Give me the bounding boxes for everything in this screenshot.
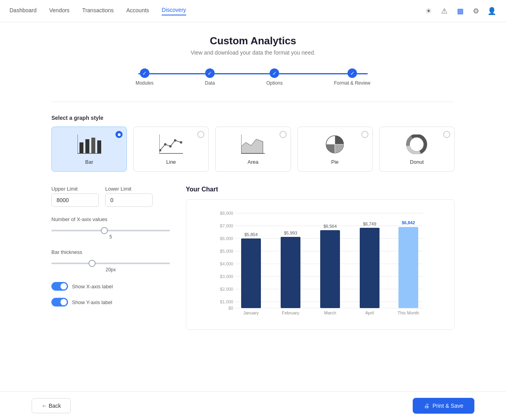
- stepper: ✓ Modules ✓ Data ✓ Options ✓ Format & Re…: [51, 68, 455, 86]
- radio-area: [279, 131, 287, 138]
- main-content: Custom Analytics View and download your …: [36, 22, 470, 361]
- two-col-layout: Upper Limit Lower Limit Number of X-axix…: [51, 186, 455, 330]
- chart-title: Your Chart: [186, 186, 455, 193]
- nav-icons: ☀ ⚠ ▩ ⚙ 👤: [424, 6, 497, 16]
- step-data: ✓ Data: [205, 68, 215, 86]
- stepper-steps: ✓ Modules ✓ Data ✓ Options ✓ Format & Re…: [136, 68, 370, 86]
- bar-thismonth: [398, 227, 418, 308]
- nav-links: Dashboard Vendors Transactions Accounts …: [9, 7, 186, 15]
- nav-vendors[interactable]: Vendors: [49, 7, 70, 15]
- svg-text:January: January: [243, 310, 259, 315]
- chart-column: Your Chart $8,000 $7,000: [186, 186, 455, 330]
- radio-line: [197, 131, 204, 138]
- bar-thickness-label: Bar thickness: [51, 249, 170, 255]
- show-x-axis-toggle-row: Show X-axis label: [51, 282, 170, 291]
- svg-rect-3: [97, 140, 101, 153]
- show-x-axis-toggle[interactable]: [51, 282, 68, 291]
- svg-text:$6,000: $6,000: [220, 236, 233, 241]
- svg-text:$6,749: $6,749: [363, 221, 376, 226]
- controls-column: Upper Limit Lower Limit Number of X-axix…: [51, 186, 170, 314]
- show-y-axis-label: Show Y-axis label: [72, 299, 112, 305]
- page-header: Custom Analytics View and download your …: [51, 35, 455, 56]
- svg-text:$3,000: $3,000: [220, 274, 233, 279]
- bar-chart-svg: $8,000 $7,000 $6,000 $5,000: [196, 209, 445, 320]
- alert-icon[interactable]: ⚠: [440, 6, 449, 16]
- svg-text:$5,993: $5,993: [284, 231, 297, 235]
- x-axis-value: 5: [51, 234, 170, 240]
- step-data-label: Data: [205, 80, 215, 86]
- step-format-review: ✓ Format & Review: [334, 68, 370, 86]
- upper-limit-group: Upper Limit: [51, 186, 99, 207]
- show-y-axis-slider: [51, 298, 68, 306]
- svg-point-7: [164, 143, 166, 146]
- svg-rect-0: [79, 142, 83, 153]
- nav-discovery[interactable]: Discovery: [162, 7, 186, 15]
- upper-limit-input[interactable]: [51, 193, 99, 207]
- page-title: Custom Analytics: [51, 35, 455, 47]
- bar-thickness-value: 20px: [51, 267, 170, 272]
- svg-marker-13: [241, 139, 263, 153]
- area-label: Area: [247, 159, 258, 165]
- navbar: Dashboard Vendors Transactions Accounts …: [0, 0, 506, 22]
- chart-icon[interactable]: ▩: [455, 6, 465, 16]
- show-y-axis-toggle-row: Show Y-axis label: [51, 298, 170, 306]
- bar-february: [281, 237, 300, 308]
- step-modules: ✓ Modules: [136, 68, 153, 86]
- donut-label: Donut: [410, 159, 424, 165]
- svg-text:$5,854: $5,854: [244, 232, 258, 237]
- radio-donut: [443, 131, 450, 138]
- bar-march: [320, 230, 340, 308]
- graph-card-bar[interactable]: Bar: [51, 127, 127, 172]
- step-modules-circle: ✓: [140, 68, 149, 78]
- show-x-axis-label: Show X-axis label: [72, 284, 113, 289]
- svg-point-10: [180, 141, 182, 144]
- graph-style-label: Select a graph style: [51, 115, 455, 121]
- svg-text:$8,000: $8,000: [220, 211, 233, 216]
- area-chart-icon: [239, 133, 267, 155]
- svg-rect-2: [91, 138, 95, 153]
- svg-text:$1,000: $1,000: [220, 299, 233, 304]
- lightbulb-icon[interactable]: ☀: [424, 6, 433, 16]
- settings-icon[interactable]: ⚙: [471, 6, 481, 16]
- svg-text:February: February: [282, 310, 300, 315]
- line-chart-icon: [157, 133, 185, 155]
- bar-april: [360, 228, 380, 308]
- step-options-label: Options: [266, 80, 283, 86]
- graph-cards: Bar Line: [51, 127, 455, 172]
- svg-text:$6,564: $6,564: [323, 224, 337, 229]
- step-modules-label: Modules: [136, 80, 153, 86]
- pie-chart-icon: [321, 133, 349, 155]
- svg-text:$2,000: $2,000: [220, 287, 233, 291]
- nav-transactions[interactable]: Transactions: [82, 7, 114, 15]
- lower-limit-group: Lower Limit: [105, 186, 153, 207]
- graph-style-section: Select a graph style Bar: [51, 115, 455, 172]
- x-axis-slider-group: Number of X-axix values 5: [51, 216, 170, 240]
- lower-limit-label: Lower Limit: [105, 186, 153, 192]
- nav-accounts[interactable]: Accounts: [126, 7, 149, 15]
- step-data-circle: ✓: [205, 68, 215, 78]
- bar-thickness-slider[interactable]: [51, 263, 170, 264]
- lower-limit-input[interactable]: [105, 193, 153, 207]
- upper-limit-label: Upper Limit: [51, 186, 99, 192]
- graph-card-donut[interactable]: Donut: [379, 127, 455, 172]
- pie-label: Pie: [331, 159, 339, 165]
- svg-text:$4,000: $4,000: [220, 261, 233, 266]
- svg-text:This Month: This Month: [398, 310, 419, 315]
- radio-bar: [115, 131, 123, 138]
- svg-text:$6,842: $6,842: [402, 220, 415, 225]
- chart-container: $8,000 $7,000 $6,000 $5,000: [186, 199, 455, 330]
- graph-card-line[interactable]: Line: [133, 127, 209, 172]
- limits-row: Upper Limit Lower Limit: [51, 186, 170, 207]
- step-options-circle: ✓: [270, 68, 279, 78]
- user-icon[interactable]: 👤: [487, 6, 497, 16]
- svg-text:$0: $0: [228, 306, 233, 310]
- graph-card-area[interactable]: Area: [215, 127, 291, 172]
- show-x-axis-slider: [51, 282, 68, 291]
- svg-text:$7,000: $7,000: [220, 223, 233, 228]
- nav-dashboard[interactable]: Dashboard: [9, 7, 37, 15]
- chart-area: $8,000 $7,000 $6,000 $5,000: [196, 209, 445, 320]
- graph-card-pie[interactable]: Pie: [297, 127, 373, 172]
- x-axis-slider[interactable]: [51, 230, 170, 231]
- show-y-axis-toggle[interactable]: [51, 298, 68, 306]
- bar-thickness-slider-group: Bar thickness 20px: [51, 249, 170, 272]
